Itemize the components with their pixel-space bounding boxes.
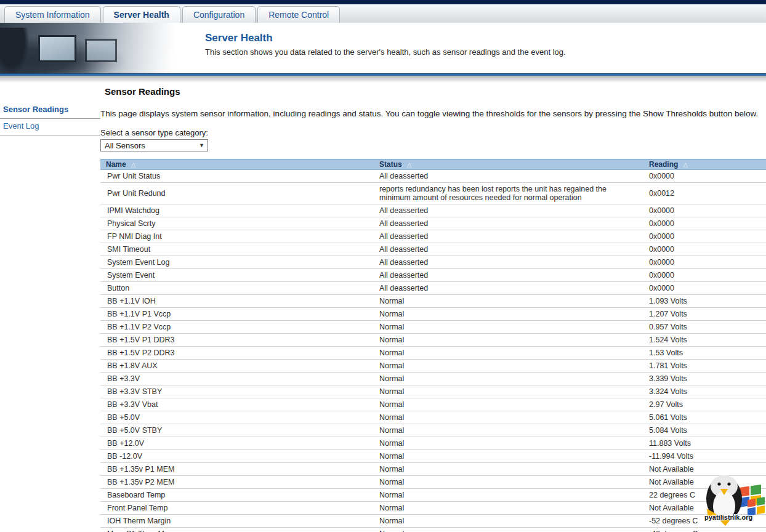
table-row: BB +1.5V P2 DDR3Normal1.53 Volts <box>100 347 766 360</box>
table-row: IPMI WatchdogAll deasserted0x0000 <box>100 204 766 217</box>
cell-reading: 1.53 Volts <box>643 347 766 360</box>
table-row: Front Panel TempNormalNot Available <box>100 502 766 515</box>
cell-status: All deasserted <box>374 170 643 183</box>
cell-reading: 0x0000 <box>643 217 766 230</box>
column-label: Status <box>379 160 402 169</box>
column-header-name[interactable]: Name△ <box>100 159 374 170</box>
cell-name: BB +3.3V Vbat <box>100 398 374 411</box>
cell-name: BB +1.5V P1 DDR3 <box>100 334 374 347</box>
cell-name: BB +1.8V AUX <box>100 360 374 373</box>
tab-label: System Information <box>15 10 90 20</box>
column-header-status[interactable]: Status△ <box>374 159 643 170</box>
cell-reading: 1.781 Volts <box>643 360 766 373</box>
sidebar-item-sensor-readings[interactable]: Sensor Readings <box>0 102 100 119</box>
cell-name: IOH Therm Margin <box>100 515 374 528</box>
cell-status: Normal <box>374 308 643 321</box>
table-row: BB +5.0VNormal5.061 Volts <box>100 411 766 424</box>
cell-name: BB +1.1V IOH <box>100 295 374 308</box>
cell-status: Normal <box>374 398 643 411</box>
tab-label: Remote Control <box>268 10 329 20</box>
cell-reading: 0x0000 <box>643 230 766 243</box>
sidebar-item-label: Sensor Readings <box>3 105 68 114</box>
cell-name: BB +1.1V P2 Vccp <box>100 321 374 334</box>
table-row: BB +3.3V VbatNormal2.97 Volts <box>100 398 766 411</box>
cell-name: Pwr Unit Status <box>100 170 374 183</box>
cell-status: Normal <box>374 437 643 450</box>
tab-bar: System Information Server Health Configu… <box>0 4 766 23</box>
watermark-text: pyatilistnik.org <box>704 514 752 521</box>
sort-ascending-icon: △ <box>131 161 136 168</box>
cell-reading: 0.957 Volts <box>643 321 766 334</box>
table-row: BB +1.35v P1 MEMNormalNot Available <box>100 463 766 476</box>
sort-ascending-icon: △ <box>407 161 412 168</box>
table-row: BB +1.1V P1 VccpNormal1.207 Volts <box>100 308 766 321</box>
table-row: BB +1.35v P2 MEMNormalNot Available <box>100 476 766 489</box>
sidebar-item-label: Event Log <box>3 121 39 131</box>
table-row: System EventAll deasserted0x0000 <box>100 269 766 282</box>
cell-status: Normal <box>374 347 643 360</box>
chevron-down-icon: ▼ <box>199 142 204 148</box>
tab-system-information[interactable]: System Information <box>4 6 101 23</box>
table-row: BB +1.5V P1 DDR3Normal1.524 Volts <box>100 334 766 347</box>
category-label: Select a sensor type category: <box>100 128 766 137</box>
table-row: ButtonAll deasserted0x0000 <box>100 282 766 295</box>
cell-reading: 2.97 Volts <box>643 398 766 411</box>
cell-name: Pwr Unit Redund <box>100 183 374 204</box>
cell-status: reports redundancy has been lost reports… <box>374 183 643 204</box>
cell-name: FP NMI Diag Int <box>100 230 374 243</box>
cell-status: Normal <box>374 489 643 502</box>
cell-status: All deasserted <box>374 217 643 230</box>
main-panel: Sensor Readings This page displays syste… <box>100 83 766 532</box>
select-value: All Sensors <box>105 141 145 150</box>
column-header-reading[interactable]: Reading△ <box>643 159 766 170</box>
tab-label: Server Health <box>114 10 169 20</box>
cell-reading: 0x0000 <box>643 243 766 256</box>
sensor-table: Name△ Status△ Reading△ Pwr Unit StatusAl… <box>100 159 766 532</box>
cell-reading: 0x0000 <box>643 170 766 183</box>
cell-reading: 1.207 Volts <box>643 308 766 321</box>
cell-name: BB +1.5V P2 DDR3 <box>100 347 374 360</box>
cell-reading: 1.093 Volts <box>643 295 766 308</box>
tab-remote-control[interactable]: Remote Control <box>257 6 340 23</box>
page-banner: Server Health This section shows you dat… <box>0 23 766 73</box>
sidebar-item-event-log[interactable]: Event Log <box>0 119 100 135</box>
cell-name: BB +1.35v P1 MEM <box>100 463 374 476</box>
sensor-category-select[interactable]: All Sensors ▼ <box>100 139 208 151</box>
cell-reading: 11.883 Volts <box>643 437 766 450</box>
table-row: IOH Therm MarginNormal-52 degrees C <box>100 515 766 528</box>
table-row: BB +1.8V AUXNormal1.781 Volts <box>100 360 766 373</box>
table-row: System Event LogAll deasserted0x0000 <box>100 256 766 269</box>
sidebar: Sensor Readings Event Log <box>0 83 100 135</box>
cell-name: SMI Timeout <box>100 243 374 256</box>
cell-name: Baseboard Temp <box>100 489 374 502</box>
column-label: Reading <box>649 160 678 169</box>
cell-reading: 5.061 Volts <box>643 411 766 424</box>
cell-name: Mem P1 Thrm Mrgn <box>100 528 374 532</box>
cell-reading: 0x0012 <box>643 183 766 204</box>
tab-label: Configuration <box>193 10 244 20</box>
penguin-logo: pyatilistnik.org <box>702 470 765 528</box>
cell-reading: 3.324 Volts <box>643 385 766 398</box>
banner-photo-monitor <box>38 35 76 62</box>
cell-name: Button <box>100 282 374 295</box>
tab-server-health[interactable]: Server Health <box>103 6 180 23</box>
page-title: Server Health <box>205 32 566 44</box>
table-row: BB +3.3V STBYNormal3.324 Volts <box>100 385 766 398</box>
cell-status: Normal <box>374 476 643 489</box>
cell-status: Normal <box>374 385 643 398</box>
cell-reading: 0x0000 <box>643 282 766 295</box>
cell-status: Normal <box>374 502 643 515</box>
cell-status: Normal <box>374 450 643 463</box>
cell-reading: 0x0000 <box>643 256 766 269</box>
cell-name: IPMI Watchdog <box>100 204 374 217</box>
cell-reading: 0x0000 <box>643 204 766 217</box>
cell-status: Normal <box>374 334 643 347</box>
table-row: BB +5.0V STBYNormal5.084 Volts <box>100 424 766 437</box>
cell-status: All deasserted <box>374 230 643 243</box>
cell-status: Normal <box>374 411 643 424</box>
top-navy-bar <box>0 0 766 4</box>
tab-configuration[interactable]: Configuration <box>182 6 256 23</box>
table-row: BB +1.1V P2 VccpNormal0.957 Volts <box>100 321 766 334</box>
section-description: This page displays system sensor informa… <box>100 108 766 119</box>
table-row: BB -12.0VNormal-11.994 Volts <box>100 450 766 463</box>
